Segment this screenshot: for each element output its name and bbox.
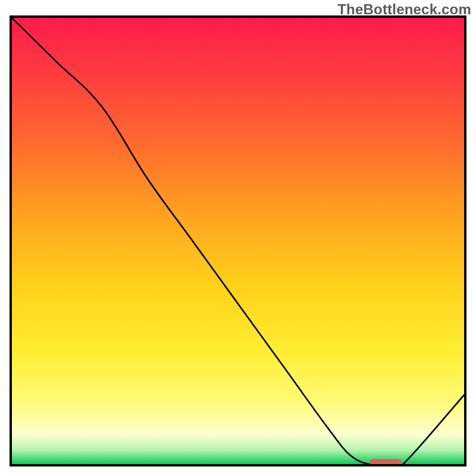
gradient-background (11, 17, 465, 465)
bottleneck-chart (0, 0, 476, 476)
chart-stage: TheBottleneck.com (0, 0, 476, 476)
plot-area (11, 17, 465, 466)
watermark-text: TheBottleneck.com (337, 1, 471, 18)
